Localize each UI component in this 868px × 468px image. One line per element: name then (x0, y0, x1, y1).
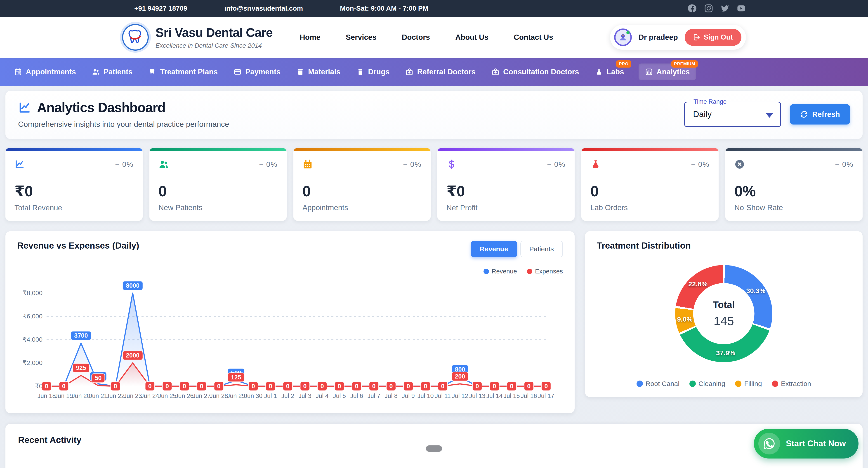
module-tab-label: Analytics (657, 68, 690, 76)
legend-label: Revenue (492, 268, 517, 275)
kpi-change: − 0% (835, 160, 854, 168)
svg-text:₹8,000: ₹8,000 (23, 289, 42, 297)
svg-text:0: 0 (165, 383, 169, 389)
svg-text:Jun 27: Jun 27 (192, 393, 211, 399)
svg-text:50: 50 (95, 375, 102, 381)
svg-text:₹0: ₹0 (35, 382, 42, 389)
page: +91 94927 18709 info@srivasudental.com M… (0, 0, 868, 468)
sign-out-button[interactable]: Sign Out (685, 29, 741, 46)
donut-center: Total 145 (693, 283, 754, 344)
legend-dot (735, 380, 741, 387)
twitter-icon[interactable] (720, 4, 730, 13)
svg-text:Jun 19: Jun 19 (55, 393, 73, 399)
svg-text:0: 0 (475, 383, 479, 389)
kpi-accent-bar (149, 148, 287, 151)
module-tab-label: Appointments (26, 68, 76, 76)
module-tab-consultation-doctors[interactable]: Consultation Doctors (490, 63, 581, 80)
svg-text:Jul 4: Jul 4 (316, 393, 329, 399)
kpi-label: Net Profit (446, 204, 565, 212)
toggle-patients[interactable]: Patients (520, 241, 563, 257)
revenue-chart-title: Revenue vs Expenses (Daily) (17, 241, 139, 251)
user-pill: Dr pradeep Sign Out (610, 25, 746, 50)
scrollbar-thumb[interactable] (426, 445, 442, 452)
whatsapp-chat-button[interactable]: Start Chat Now (754, 429, 859, 459)
legend-expenses[interactable]: Expenses (527, 268, 563, 275)
svg-text:0: 0 (62, 383, 66, 389)
page-title: Analytics Dashboard (37, 100, 165, 115)
nav-link-home[interactable]: Home (300, 33, 320, 41)
kpi-label: No-Show Rate (735, 204, 854, 212)
dashboard-header: Analytics Dashboard Comprehensive insigh… (5, 91, 863, 139)
phone-link[interactable]: +91 94927 18709 (122, 4, 187, 12)
svg-text:Jul 13: Jul 13 (469, 393, 485, 399)
donut-legend-root-canal[interactable]: Root Canal (637, 380, 680, 387)
module-tab-treatment-plans[interactable]: Treatment Plans (147, 63, 219, 80)
facebook-icon[interactable] (688, 4, 697, 13)
svg-text:Jun 21: Jun 21 (89, 393, 107, 399)
module-tab-drugs[interactable]: Drugs (355, 63, 391, 80)
legend-label: Root Canal (646, 380, 680, 387)
time-range-select[interactable]: Time Range Daily (684, 102, 781, 127)
chart-mode-toggle: RevenuePatients (471, 241, 563, 257)
refresh-button[interactable]: Refresh (790, 104, 850, 125)
svg-text:Jun 26: Jun 26 (175, 393, 193, 399)
svg-text:0: 0 (286, 383, 289, 389)
module-tab-analytics[interactable]: AnalyticsPREMIUM (639, 63, 696, 80)
toggle-revenue[interactable]: Revenue (471, 241, 517, 257)
refresh-icon (800, 110, 808, 118)
calendar-icon (14, 68, 22, 76)
kpi-cards: − 0%₹0Total Revenue− 0%0New Patients− 0%… (5, 148, 863, 221)
analytics-chart-icon (18, 101, 31, 114)
svg-text:0: 0 (148, 383, 152, 389)
instagram-icon[interactable] (704, 4, 713, 13)
module-tab-patients[interactable]: Patients (90, 63, 134, 80)
page-subtitle: Comprehensive insights into your dental … (18, 120, 229, 129)
donut-legend-cleaning[interactable]: Cleaning (689, 380, 725, 387)
svg-text:2000: 2000 (126, 352, 140, 359)
legend-revenue[interactable]: Revenue (484, 268, 517, 275)
pill-bottle-icon (356, 68, 364, 76)
svg-text:Jun 20: Jun 20 (72, 393, 90, 399)
nav-link-about-us[interactable]: About Us (455, 33, 489, 41)
legend-dot (637, 380, 643, 387)
treatment-distribution-panel: Treatment Distribution Total 145 30.3%37… (585, 231, 863, 397)
nav-link-doctors[interactable]: Doctors (402, 33, 430, 41)
clinic-logo-icon (122, 24, 149, 51)
svg-text:Jun 22: Jun 22 (106, 393, 125, 399)
module-tab-appointments[interactable]: Appointments (13, 63, 77, 80)
svg-text:Jun 24: Jun 24 (141, 393, 159, 399)
svg-text:Jul 16: Jul 16 (521, 393, 537, 399)
module-tab-referral-doctors[interactable]: Referral Doctors (404, 63, 477, 80)
svg-text:0: 0 (183, 383, 186, 389)
svg-text:0: 0 (407, 383, 410, 389)
kpi-card-appointments: − 0%0Appointments (293, 148, 431, 221)
svg-text:Jul 8: Jul 8 (385, 393, 398, 399)
svg-text:0: 0 (320, 383, 324, 389)
svg-text:0: 0 (441, 383, 444, 389)
kpi-change: − 0% (691, 160, 710, 168)
phone-number: +91 94927 18709 (134, 4, 187, 12)
donut-legend-extraction[interactable]: Extraction (772, 380, 811, 387)
jar-icon (296, 68, 305, 76)
nav-link-services[interactable]: Services (346, 33, 377, 41)
donut-legend-filling[interactable]: Filling (735, 380, 762, 387)
module-tab-materials[interactable]: Materials (295, 63, 342, 80)
module-tab-labs[interactable]: LabsPRO (594, 63, 625, 80)
email-address: info@srivasudental.com (224, 4, 303, 12)
kpi-accent-bar (725, 148, 863, 151)
nav-link-contact-us[interactable]: Contact Us (514, 33, 553, 41)
top-info-bar: +91 94927 18709 info@srivasudental.com M… (0, 0, 868, 17)
youtube-icon[interactable] (737, 4, 746, 13)
brand[interactable]: Sri Vasu Dental Care Excellence in Denta… (122, 24, 273, 51)
module-tab-payments[interactable]: Payments (232, 63, 282, 80)
svg-text:0: 0 (372, 383, 375, 389)
time-range-value: Daily (693, 110, 712, 119)
tooth-icon (148, 68, 156, 76)
bar-chart-icon (645, 68, 653, 76)
legend-label: Cleaning (699, 380, 725, 387)
hours-text: Mon-Sat: 9:00 AM - 7:00 PM (340, 4, 428, 12)
online-status-dot (626, 31, 629, 34)
svg-text:Jul 5: Jul 5 (333, 393, 346, 399)
email-link[interactable]: info@srivasudental.com (212, 4, 303, 12)
legend-dot (689, 380, 696, 387)
